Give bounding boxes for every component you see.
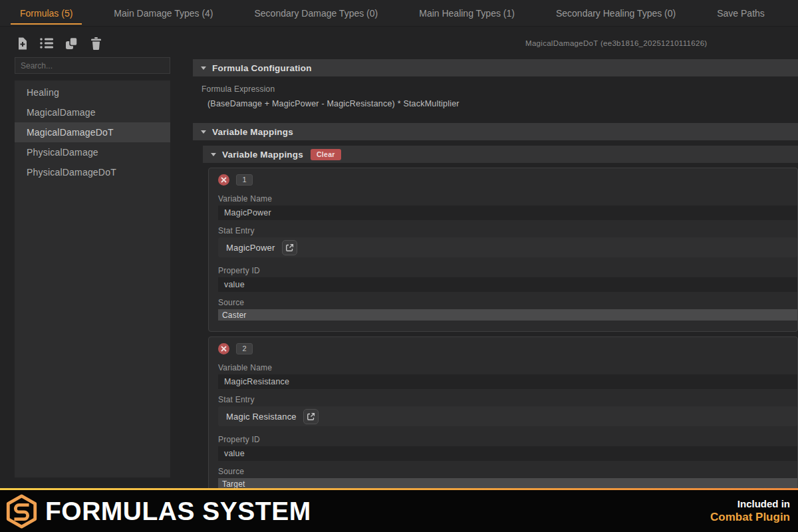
tab-formulas[interactable]: Formulas (5) <box>9 0 83 26</box>
variable-mappings-inner-header[interactable]: Variable Mappings Clear <box>203 146 798 163</box>
mapping-entry-2: 2 Variable Name MagicResistance Stat Ent… <box>208 336 798 501</box>
close-icon <box>221 346 227 352</box>
stat-entry-value: Magic Resistance <box>226 412 297 422</box>
formula-expression-input[interactable]: (BaseDamage + MagicPower - MagicResistan… <box>201 96 798 111</box>
list-view-button[interactable] <box>39 36 54 51</box>
trash-icon <box>90 37 102 51</box>
variable-mappings-header[interactable]: Variable Mappings <box>193 123 798 140</box>
new-file-icon <box>16 37 29 51</box>
remove-entry-button[interactable] <box>218 174 229 186</box>
search-input[interactable] <box>15 57 170 74</box>
duplicate-button[interactable] <box>64 36 78 51</box>
sidebar-toolbar <box>15 35 170 52</box>
variable-name-label: Variable Name <box>218 194 797 203</box>
source-select[interactable]: Caster <box>218 309 797 321</box>
open-stat-entry-button[interactable] <box>282 240 297 255</box>
tab-save-paths[interactable]: Save Paths <box>706 0 775 26</box>
variable-name-input[interactable]: MagicResistance <box>218 374 797 389</box>
stat-entry-label: Stat Entry <box>218 395 797 404</box>
list-icon <box>39 37 54 50</box>
property-id-input[interactable]: value <box>218 277 797 292</box>
remove-entry-button[interactable] <box>218 343 229 354</box>
list-item-healing[interactable]: Healing <box>15 82 170 102</box>
list-item-physicaldamagedot[interactable]: PhysicalDamageDoT <box>15 162 170 182</box>
formula-configuration-header[interactable]: Formula Configuration <box>193 59 798 76</box>
stat-entry-field: MagicPower <box>218 237 797 257</box>
formula-expression-label: Formula Expression <box>201 84 798 94</box>
property-id-label: Property ID <box>218 435 797 444</box>
tab-secondary-healing-types[interactable]: Secondary Healing Types (0) <box>545 0 686 26</box>
sidebar: Healing MagicalDamage MagicalDamageDoT P… <box>15 35 170 477</box>
formula-list: Healing MagicalDamage MagicalDamageDoT P… <box>15 80 170 477</box>
external-link-icon <box>307 412 315 421</box>
formulas-system-logo-icon <box>6 494 37 529</box>
chevron-down-icon <box>201 66 206 70</box>
section-title: Variable Mappings <box>212 127 293 137</box>
open-stat-entry-button[interactable] <box>303 409 319 424</box>
footer-banner: FORMULAS SYSTEM Included in Combat Plugi… <box>0 490 798 532</box>
stat-entry-value: MagicPower <box>226 243 275 253</box>
plugin-name-text: Combat Plugin <box>710 510 790 525</box>
document-title: MagicalDamageDoT (ee3b1816_2025121011162… <box>525 39 707 47</box>
list-item-physicaldamage[interactable]: PhysicalDamage <box>15 142 170 162</box>
mapping-entry-1: 1 Variable Name MagicPower Stat Entry Ma… <box>208 168 798 332</box>
entry-index-badge: 1 <box>236 174 253 186</box>
property-id-label: Property ID <box>218 266 797 275</box>
included-in-text: Included in <box>710 497 790 511</box>
tab-main-healing-types[interactable]: Main Healing Types (1) <box>408 0 525 26</box>
chevron-down-icon <box>201 130 206 134</box>
content-panel: MagicalDamageDoT (ee3b1816_2025121011162… <box>193 27 798 501</box>
section-title: Variable Mappings <box>222 150 303 160</box>
source-label: Source <box>218 298 797 307</box>
variable-name-input[interactable]: MagicPower <box>218 205 797 220</box>
stat-entry-label: Stat Entry <box>218 226 797 235</box>
tab-bar: Formulas (5) Main Damage Types (4) Secon… <box>0 0 798 27</box>
close-icon <box>221 177 227 183</box>
chevron-down-icon <box>211 153 216 156</box>
footer-title: FORMULAS SYSTEM <box>45 497 311 526</box>
section-title: Formula Configuration <box>212 63 312 73</box>
list-item-magicaldamage[interactable]: MagicalDamage <box>15 102 170 122</box>
external-link-icon <box>285 243 294 252</box>
list-item-magicaldamagedot[interactable]: MagicalDamageDoT <box>15 122 170 142</box>
source-label: Source <box>218 467 797 476</box>
new-file-button[interactable] <box>15 36 29 51</box>
clear-button[interactable]: Clear <box>311 149 341 160</box>
variable-name-label: Variable Name <box>218 363 797 372</box>
duplicate-icon <box>65 37 78 51</box>
property-id-input[interactable]: value <box>218 446 797 461</box>
tab-secondary-damage-types[interactable]: Secondary Damage Types (0) <box>244 0 389 26</box>
variable-mappings-panel: Variable Mappings Clear 1 Variable Name … <box>203 146 798 501</box>
entry-index-badge: 2 <box>236 343 253 354</box>
delete-button[interactable] <box>88 36 103 51</box>
stat-entry-field: Magic Resistance <box>218 406 797 426</box>
tab-main-damage-types[interactable]: Main Damage Types (4) <box>103 0 223 26</box>
